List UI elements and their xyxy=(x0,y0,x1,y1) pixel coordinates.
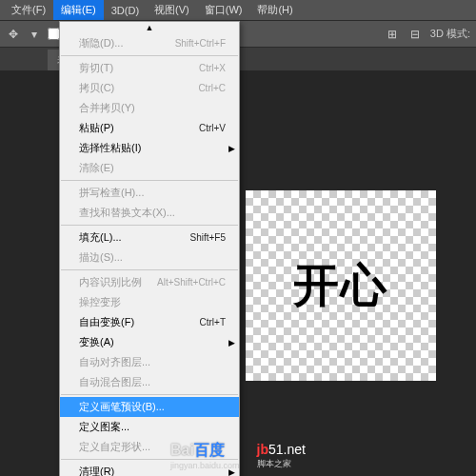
menu-item-label: 描边(S)... xyxy=(79,250,123,265)
menu-separator xyxy=(61,225,238,226)
menu-view[interactable]: 视图(V) xyxy=(147,0,197,20)
menu-shortcut: Ctrl+X xyxy=(199,63,226,73)
baidu-url: jingyan.baidu.com xyxy=(170,461,240,470)
menu-item-label: 拼写检查(H)... xyxy=(79,186,144,200)
menu-item-label: 内容识别比例 xyxy=(79,275,142,289)
menubar: 文件(F) 编辑(E) 3D(D) 视图(V) 窗口(W) 帮助(H) xyxy=(0,0,476,21)
menu-item[interactable]: 选择性粘贴(I)▶ xyxy=(60,138,239,158)
canvas-text: 开心 xyxy=(293,255,388,316)
menu-item-label: 选择性粘贴(I) xyxy=(79,141,141,155)
menu-item-label: 渐隐(D)... xyxy=(79,36,123,50)
menu-item[interactable]: 自由变换(F)Ctrl+T xyxy=(60,312,239,332)
menu-item-label: 清理(R) xyxy=(79,465,114,476)
menu-shortcut: Ctrl+C xyxy=(198,83,226,93)
menu-item-label: 定义画笔预设(B)... xyxy=(79,400,165,414)
menu-item[interactable]: 填充(L)...Shift+F5 xyxy=(60,228,239,248)
jb-red: jb xyxy=(257,442,268,457)
menu-help[interactable]: 帮助(H) xyxy=(249,0,300,20)
menu-shortcut: Ctrl+V xyxy=(199,123,226,133)
watermark: Bai百度 jingyan.baidu.com jb51.net 脚本之家 xyxy=(170,441,306,470)
mode-3d-label: 3D 模式: xyxy=(430,27,470,41)
menu-item-label: 粘贴(P) xyxy=(79,121,114,135)
menu-3d[interactable]: 3D(D) xyxy=(104,2,147,19)
menu-item: 自动对齐图层... xyxy=(60,352,239,372)
baidu-logo-cn: 百度 xyxy=(194,442,225,458)
menu-separator xyxy=(61,394,238,395)
edit-menu-dropdown: ▲ 渐隐(D)...Shift+Ctrl+F剪切(T)Ctrl+X拷贝(C)Ct… xyxy=(59,21,240,476)
menu-item[interactable]: 定义图案... xyxy=(60,417,239,437)
menu-item-label: 合并拷贝(Y) xyxy=(79,101,135,115)
menu-item-label: 查找和替换文本(X)... xyxy=(79,206,175,220)
menu-separator xyxy=(61,269,238,270)
menu-item-label: 自动混合图层... xyxy=(79,375,150,389)
menu-window[interactable]: 窗口(W) xyxy=(197,0,250,20)
menu-item[interactable]: 变换(A)▶ xyxy=(60,332,239,352)
menu-item: 拼写检查(H)... xyxy=(60,183,239,203)
distribute-icon[interactable]: ⊟ xyxy=(407,27,423,42)
menu-item-label: 操控变形 xyxy=(79,295,121,309)
menu-item: 查找和替换文本(X)... xyxy=(60,203,239,223)
menu-item-label: 定义图案... xyxy=(79,420,129,434)
move-tool-icon[interactable]: ✥ xyxy=(6,27,21,42)
submenu-arrow-icon: ▶ xyxy=(228,338,235,347)
menu-item-label: 拷贝(C) xyxy=(79,81,114,95)
menu-item: 合并拷贝(Y) xyxy=(60,98,239,118)
jb-sub: 脚本之家 xyxy=(257,458,306,470)
jb-rest: 51.net xyxy=(268,442,306,457)
dropdown-icon[interactable]: ▾ xyxy=(27,27,42,42)
menu-separator xyxy=(61,180,238,181)
menu-item: 描边(S)... xyxy=(60,248,239,268)
menu-item-label: 定义自定形状... xyxy=(79,440,150,454)
menu-shortcut: Ctrl+T xyxy=(200,317,227,327)
menu-file[interactable]: 文件(F) xyxy=(4,0,53,20)
menu-item-label: 自由变换(F) xyxy=(79,315,134,329)
menu-item: 拷贝(C)Ctrl+C xyxy=(60,78,239,98)
submenu-arrow-icon: ▶ xyxy=(228,144,235,153)
menu-item: 内容识别比例Alt+Shift+Ctrl+C xyxy=(60,272,239,292)
canvas[interactable]: 开心 xyxy=(246,190,436,381)
menu-item[interactable]: 粘贴(P)Ctrl+V xyxy=(60,118,239,138)
menu-item-label: 清除(E) xyxy=(79,161,114,175)
menu-item: 操控变形 xyxy=(60,292,239,312)
menu-item: 剪切(T)Ctrl+X xyxy=(60,58,239,78)
menu-item-label: 变换(A) xyxy=(79,335,114,349)
menu-item-label: 自动对齐图层... xyxy=(79,355,150,369)
menu-separator xyxy=(61,55,238,56)
menu-item: 渐隐(D)...Shift+Ctrl+F xyxy=(60,33,239,53)
menu-shortcut: Shift+Ctrl+F xyxy=(175,38,226,49)
scroll-up-arrow[interactable]: ▲ xyxy=(60,22,239,33)
align-icon[interactable]: ⊞ xyxy=(385,27,400,42)
menu-item-label: 剪切(T) xyxy=(79,61,113,75)
menu-item: 自动混合图层... xyxy=(60,372,239,392)
menu-shortcut: Shift+F5 xyxy=(189,232,226,243)
menu-item: 清除(E) xyxy=(60,158,239,178)
baidu-logo-text: Bai xyxy=(170,442,194,458)
menu-edit[interactable]: 编辑(E) xyxy=(53,0,104,20)
menu-item-label: 填充(L)... xyxy=(79,230,122,245)
menu-shortcut: Alt+Shift+Ctrl+C xyxy=(157,277,226,288)
menu-item[interactable]: 定义画笔预设(B)... xyxy=(60,397,239,417)
